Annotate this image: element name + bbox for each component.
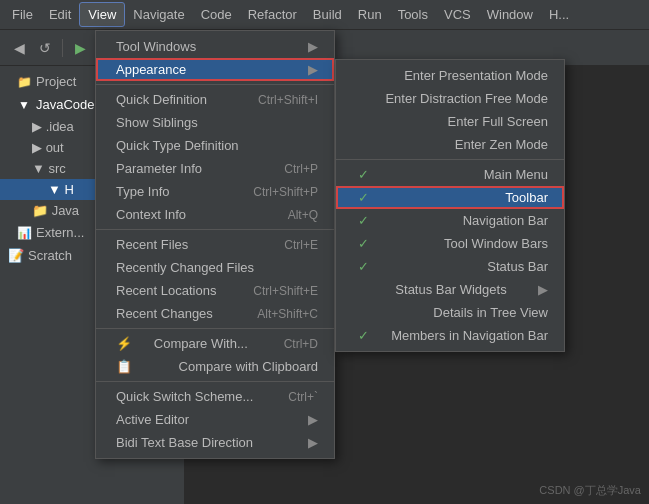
status-bar-widgets-arrow: ▶ (538, 282, 548, 297)
java-icon: 📁 (32, 203, 52, 218)
active-editor-arrow: ▶ (308, 412, 318, 427)
idea-icon: ▶ (32, 119, 46, 134)
app-sep-1 (336, 159, 564, 160)
menu-item-recent-locations[interactable]: Recent Locations Ctrl+Shift+E (96, 279, 334, 302)
recent-files-label: Recent Files (116, 237, 188, 252)
submenu-status-bar[interactable]: ✓ Status Bar (336, 255, 564, 278)
type-info-label: Type Info (116, 184, 169, 199)
details-tree-label: Details in Tree View (433, 305, 548, 320)
run-button[interactable]: ▶ (69, 37, 91, 59)
submenu-distraction-free[interactable]: Enter Distraction Free Mode (336, 87, 564, 110)
toolbar-check: ✓ (356, 190, 370, 205)
submenu-navigation-bar[interactable]: ✓ Navigation Bar (336, 209, 564, 232)
menu-item-tool-windows[interactable]: Tool Windows ▶ (96, 35, 334, 58)
menu-item-param-info[interactable]: Parameter Info Ctrl+P (96, 157, 334, 180)
status-bar-label: Status Bar (487, 259, 548, 274)
submenu-tool-window-bars[interactable]: ✓ Tool Window Bars (336, 232, 564, 255)
navigation-bar-label: Navigation Bar (463, 213, 548, 228)
submenu-presentation-mode[interactable]: Enter Presentation Mode (336, 64, 564, 87)
clipboard-icon: 📋 (116, 359, 132, 374)
view-sep-4 (96, 381, 334, 382)
view-sep-2 (96, 229, 334, 230)
menu-file[interactable]: File (4, 3, 41, 26)
menu-item-recent-files[interactable]: Recent Files Ctrl+E (96, 233, 334, 256)
tool-windows-arrow: ▶ (308, 39, 318, 54)
param-info-shortcut: Ctrl+P (284, 162, 318, 176)
menu-navigate[interactable]: Navigate (125, 3, 192, 26)
status-bar-check: ✓ (356, 259, 370, 274)
sidebar-external-label: Extern... (36, 225, 84, 240)
menu-run[interactable]: Run (350, 3, 390, 26)
compare-with-shortcut: Ctrl+D (284, 337, 318, 351)
tool-window-bars-check: ✓ (356, 236, 370, 251)
bidi-arrow: ▶ (308, 435, 318, 450)
sidebar-idea-label: .idea (46, 119, 74, 134)
sidebar-project-text: Project (36, 74, 76, 89)
menu-item-compare-with[interactable]: ⚡ Compare With... Ctrl+D (96, 332, 334, 355)
external-icon: 📊 (16, 226, 32, 240)
full-screen-label: Enter Full Screen (448, 114, 548, 129)
out-icon: ▶ (32, 140, 46, 155)
menu-item-bidi-text[interactable]: Bidi Text Base Direction ▶ (96, 431, 334, 454)
back-button[interactable]: ◀ (8, 37, 30, 59)
menu-item-recently-changed[interactable]: Recently Changed Files (96, 256, 334, 279)
bidi-text-label: Bidi Text Base Direction (116, 435, 253, 450)
menu-item-appearance[interactable]: Appearance ▶ (96, 58, 334, 81)
submenu-zen-mode[interactable]: Enter Zen Mode (336, 133, 564, 156)
show-siblings-label: Show Siblings (116, 115, 198, 130)
menu-item-active-editor[interactable]: Active Editor ▶ (96, 408, 334, 431)
submenu-status-bar-widgets[interactable]: Status Bar Widgets ▶ (336, 278, 564, 301)
menu-vcs[interactable]: VCS (436, 3, 479, 26)
compare-icon: ⚡ (116, 336, 132, 351)
sidebar-h-label: H (64, 182, 73, 197)
members-nav-check: ✓ (356, 328, 370, 343)
submenu-members-nav[interactable]: ✓ Members in Navigation Bar (336, 324, 564, 347)
main-menu-check: ✓ (356, 167, 370, 182)
menu-item-compare-clipboard[interactable]: 📋 Compare with Clipboard (96, 355, 334, 378)
main-menu-label: Main Menu (484, 167, 548, 182)
menu-item-recent-changes[interactable]: Recent Changes Alt+Shift+C (96, 302, 334, 325)
context-info-shortcut: Alt+Q (288, 208, 318, 222)
status-bar-widgets-label: Status Bar Widgets (395, 282, 506, 297)
menu-view[interactable]: View (79, 2, 125, 27)
view-menu-dropdown[interactable]: Tool Windows ▶ Appearance ▶ Quick Defini… (95, 30, 335, 459)
quick-def-label: Quick Definition (116, 92, 207, 107)
param-info-label: Parameter Info (116, 161, 202, 176)
watermark: CSDN @丁总学Java (539, 483, 641, 498)
tool-window-bars-label: Tool Window Bars (444, 236, 548, 251)
forward-button[interactable]: ↺ (34, 37, 56, 59)
type-info-shortcut: Ctrl+Shift+P (253, 185, 318, 199)
recent-locations-shortcut: Ctrl+Shift+E (253, 284, 318, 298)
menu-item-type-info[interactable]: Type Info Ctrl+Shift+P (96, 180, 334, 203)
menu-edit[interactable]: Edit (41, 3, 79, 26)
distraction-free-label: Enter Distraction Free Mode (385, 91, 548, 106)
zen-mode-label: Enter Zen Mode (455, 137, 548, 152)
menu-help[interactable]: H... (541, 3, 577, 26)
menu-item-quick-type[interactable]: Quick Type Definition (96, 134, 334, 157)
menu-code[interactable]: Code (193, 3, 240, 26)
quick-switch-label: Quick Switch Scheme... (116, 389, 253, 404)
view-sep-3 (96, 328, 334, 329)
menu-item-quick-switch[interactable]: Quick Switch Scheme... Ctrl+` (96, 385, 334, 408)
menu-item-context-info[interactable]: Context Info Alt+Q (96, 203, 334, 226)
submenu-details-tree[interactable]: Details in Tree View (336, 301, 564, 324)
submenu-main-menu[interactable]: ✓ Main Menu (336, 163, 564, 186)
quick-def-shortcut: Ctrl+Shift+I (258, 93, 318, 107)
view-sep-1 (96, 84, 334, 85)
sidebar-javacode-label: JavaCode (36, 97, 95, 112)
appearance-submenu[interactable]: Enter Presentation Mode Enter Distractio… (335, 59, 565, 352)
recently-changed-label: Recently Changed Files (116, 260, 254, 275)
menu-window[interactable]: Window (479, 3, 541, 26)
menu-item-show-siblings[interactable]: Show Siblings (96, 111, 334, 134)
compare-with-label: Compare With... (154, 336, 248, 351)
compare-clipboard-label: Compare with Clipboard (179, 359, 318, 374)
menubar: File Edit View Navigate Code Refactor Bu… (0, 0, 649, 30)
submenu-toolbar[interactable]: ✓ Toolbar (336, 186, 564, 209)
menu-tools[interactable]: Tools (390, 3, 436, 26)
nav-bar-check: ✓ (356, 213, 370, 228)
submenu-full-screen[interactable]: Enter Full Screen (336, 110, 564, 133)
menu-refactor[interactable]: Refactor (240, 3, 305, 26)
menu-item-quick-def[interactable]: Quick Definition Ctrl+Shift+I (96, 88, 334, 111)
toolbar-label: Toolbar (505, 190, 548, 205)
menu-build[interactable]: Build (305, 3, 350, 26)
